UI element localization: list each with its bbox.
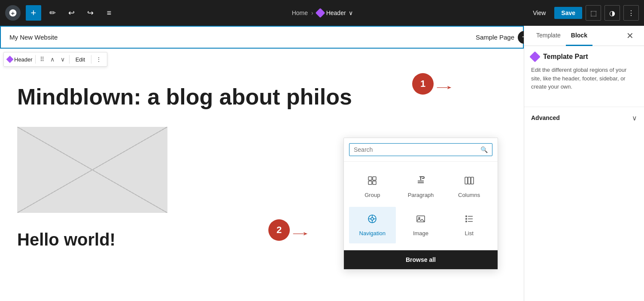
annotation-arrow-2: → bbox=[288, 227, 312, 240]
breadcrumb-current[interactable]: Header ∨ bbox=[317, 9, 353, 16]
redo-button[interactable]: ↪ bbox=[82, 5, 98, 21]
group-label: Group bbox=[365, 192, 380, 198]
image-icon bbox=[416, 214, 426, 227]
appearance-button[interactable]: ◑ bbox=[605, 5, 620, 21]
sidebar-content: Template Part Edit the different global … bbox=[524, 46, 644, 107]
advanced-label: Advanced bbox=[531, 114, 560, 121]
chevron-down-icon: ∨ bbox=[349, 9, 353, 16]
editor-area: My New Website Sample Page + Header ⠿ ∧ … bbox=[0, 26, 524, 301]
svg-rect-6 bbox=[471, 177, 474, 184]
template-part-icon bbox=[315, 8, 325, 18]
canvas: My New Website Sample Page + Header ⠿ ∧ … bbox=[0, 26, 524, 301]
undo-button[interactable]: ↩ bbox=[64, 5, 79, 21]
block-item-columns[interactable]: Columns bbox=[446, 169, 492, 205]
svg-rect-1 bbox=[373, 177, 376, 180]
site-title: My New Website bbox=[9, 34, 58, 41]
paragraph-label: Paragraph bbox=[408, 192, 434, 198]
sample-page-link[interactable]: Sample Page bbox=[476, 34, 514, 41]
move-down-button[interactable]: ∨ bbox=[59, 54, 67, 64]
block-item-list[interactable]: List bbox=[446, 207, 492, 243]
block-type-icon bbox=[6, 56, 14, 63]
svg-rect-4 bbox=[465, 177, 468, 184]
search-input[interactable] bbox=[354, 146, 480, 153]
chevron-down-icon: ∨ bbox=[632, 114, 637, 122]
template-part-header: Template Part bbox=[531, 53, 637, 61]
block-grid: Group Paragraph bbox=[344, 162, 498, 250]
svg-rect-5 bbox=[468, 177, 471, 184]
svg-rect-2 bbox=[368, 181, 372, 184]
navigation-icon bbox=[367, 214, 377, 227]
template-part-title: Template Part bbox=[543, 53, 588, 61]
edit-button[interactable]: Edit bbox=[72, 55, 88, 64]
add-block-button[interactable]: + bbox=[26, 5, 41, 21]
block-type-label: Header bbox=[14, 56, 33, 63]
group-icon bbox=[367, 175, 377, 188]
annotation-1: 1 bbox=[412, 73, 434, 95]
list-view-button[interactable]: ≡ bbox=[101, 5, 117, 21]
sidebar-close-button[interactable]: ✕ bbox=[623, 26, 637, 46]
header-block: My New Website Sample Page + bbox=[0, 26, 524, 49]
wp-logo[interactable] bbox=[5, 5, 21, 21]
toolbar: + ✏ ↩ ↪ ≡ Home › Header ∨ View Save ⬚ ◑ … bbox=[0, 0, 644, 26]
view-button[interactable]: View bbox=[528, 7, 551, 19]
tab-template[interactable]: Template bbox=[531, 26, 566, 46]
svg-rect-3 bbox=[373, 181, 376, 184]
navigation-label: Navigation bbox=[359, 230, 386, 236]
columns-icon bbox=[464, 175, 474, 188]
svg-rect-19 bbox=[466, 218, 467, 219]
template-part-diamond-icon bbox=[529, 51, 540, 62]
block-item-navigation[interactable]: Navigation bbox=[349, 207, 396, 243]
placeholder-image bbox=[17, 127, 167, 213]
tab-block[interactable]: Block bbox=[566, 26, 592, 46]
move-up-button[interactable]: ∧ bbox=[49, 54, 56, 64]
toggle-sidebar-button[interactable]: ⬚ bbox=[586, 5, 601, 21]
block-item-image[interactable]: Image bbox=[398, 207, 444, 243]
breadcrumb-home[interactable]: Home bbox=[292, 9, 308, 16]
block-item-paragraph[interactable]: Paragraph bbox=[398, 169, 444, 205]
search-icon: 🔍 bbox=[480, 146, 488, 153]
block-toolbar: Header ⠿ ∧ ∨ Edit ⋮ bbox=[3, 52, 107, 67]
sidebar-tabs: Template Block ✕ bbox=[524, 26, 644, 46]
svg-rect-0 bbox=[368, 177, 372, 180]
svg-rect-20 bbox=[466, 221, 467, 222]
advanced-section: Advanced ∨ bbox=[524, 107, 644, 129]
template-part-description: Edit the different global regions of you… bbox=[531, 66, 637, 91]
svg-point-14 bbox=[419, 218, 420, 219]
drag-handle[interactable]: ⠿ bbox=[38, 54, 46, 64]
image-label: Image bbox=[413, 230, 428, 236]
list-label: List bbox=[465, 230, 474, 236]
main-layout: My New Website Sample Page + Header ⠿ ∧ … bbox=[0, 26, 644, 301]
svg-point-8 bbox=[371, 218, 374, 220]
breadcrumb-current-label: Header bbox=[326, 9, 346, 16]
edit-pen-button[interactable]: ✏ bbox=[45, 5, 60, 21]
breadcrumb: Home › Header ∨ bbox=[120, 9, 524, 16]
add-block-after-header[interactable]: + bbox=[518, 31, 524, 44]
search-wrapper: 🔍 bbox=[349, 143, 492, 156]
block-inserter-popup: 🔍 Group bbox=[343, 138, 498, 270]
search-box: 🔍 bbox=[344, 138, 498, 162]
list-icon bbox=[464, 214, 474, 227]
toolbar-right: View Save ⬚ ◑ ⋮ bbox=[528, 5, 639, 21]
right-sidebar: Template Block ✕ Template Part Edit the … bbox=[524, 26, 644, 301]
advanced-header[interactable]: Advanced ∨ bbox=[531, 114, 637, 122]
options-button[interactable]: ⋮ bbox=[623, 5, 639, 21]
more-options-button[interactable]: ⋮ bbox=[94, 54, 103, 64]
svg-rect-18 bbox=[466, 216, 467, 217]
columns-label: Columns bbox=[458, 192, 480, 198]
save-button[interactable]: Save bbox=[554, 7, 582, 19]
block-item-group[interactable]: Group bbox=[349, 169, 396, 205]
annotation-arrow-1: → bbox=[432, 80, 456, 94]
browse-all-button[interactable]: Browse all bbox=[344, 250, 498, 269]
paragraph-icon bbox=[416, 175, 426, 188]
annotation-2: 2 bbox=[268, 219, 290, 241]
